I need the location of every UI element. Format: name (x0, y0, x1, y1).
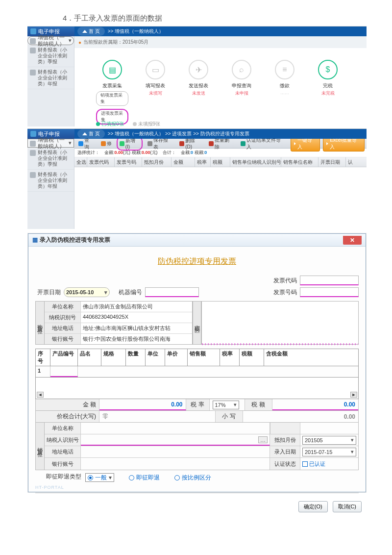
label-invoice-date: 开票日期 (35, 288, 61, 297)
seller-bank[interactable] (81, 458, 270, 470)
portal-label: HT-PORTAL (35, 485, 359, 490)
card-status: 未填写 (149, 90, 162, 97)
tab-home[interactable]: 首 页 (77, 129, 105, 138)
field-label: 银行账号 (45, 334, 81, 344)
summary-value: 0.00 (142, 150, 150, 155)
buyer-vertical-label: 购货单位 (36, 302, 45, 344)
label-cert-status: 认证状态 (270, 458, 300, 470)
sidemenu-item-report-y[interactable]: 财务报表（小企业会计准则类）年报 (27, 67, 74, 89)
tab-bar: 首 页 >> 增值税（一般纳税人） (74, 26, 367, 36)
field-label: 地址电话 (45, 446, 81, 457)
tab-home[interactable]: 首 页 (77, 27, 105, 36)
collect-icon: ▤ (102, 60, 122, 79)
input-invoice-no[interactable] (300, 287, 359, 297)
sidemenu-label: 增值税（一般纳税人） (38, 34, 67, 47)
toolbar-edit[interactable]: 修 (99, 140, 114, 148)
sidemenu-label: 财务报表（小企业会计准则类）季报 (38, 150, 72, 167)
checkbox-certified[interactable] (302, 461, 308, 467)
td-empty[interactable] (78, 366, 358, 377)
seller-vertical-label: 销货单位 (35, 423, 44, 470)
col-header: 开票日期 (318, 157, 346, 167)
search-icon: ⌕ (232, 60, 251, 79)
label-entry-date: 录入日期 (270, 446, 300, 457)
send-icon: ✈ (189, 60, 208, 79)
period-bar: ● 当前报款所属期： 2015年05月 (74, 36, 367, 48)
col-select-all[interactable]: 全选 (74, 157, 87, 167)
ellipsis-button[interactable]: … (258, 436, 268, 443)
field-label: 单位名称 (45, 423, 81, 434)
btn-sales-collect[interactable]: 销项发票采集 (96, 91, 128, 106)
td-seq: 1 (36, 366, 50, 377)
progress-remain: 未填报9张 (133, 121, 161, 126)
progress-done: 已填报0张 (96, 121, 124, 126)
ok-button[interactable]: 确定(O) (298, 501, 328, 512)
report-icon (30, 48, 36, 53)
radio-immediate[interactable]: 即征即退 (129, 474, 160, 482)
input-invoice-code[interactable] (300, 276, 359, 285)
input-entry-date[interactable]: 2015-07-15 (302, 448, 356, 456)
buyer-bank[interactable]: 银行:中国农业银行股份有限公司南海 (81, 334, 192, 344)
batch-delete-icon (209, 141, 214, 146)
field-label: 纳税人识别号 (45, 434, 81, 446)
password-area-content[interactable] (201, 301, 359, 345)
card-collect[interactable]: ▤ 发票采集 销项发票采集 进项发票采集 (96, 60, 128, 126)
buyer-group: 购货单位 单位名称佛山市浪屿五金制品有限公司 纳税识别号440682304049… (35, 301, 193, 345)
seller-name[interactable] (81, 423, 270, 434)
input-invoice-date[interactable]: 2015-05-10▾ (64, 287, 110, 297)
card-pay[interactable]: ≡ 缴款 …… (269, 60, 301, 126)
home-icon (82, 30, 87, 33)
sidemenu-item-vat[interactable]: 增值税（一般纳税人） (27, 36, 74, 45)
dropdown-icon: ▾ (104, 289, 107, 296)
value-tax[interactable]: 0.00 (272, 399, 359, 410)
seller-tax-id[interactable]: … (81, 434, 270, 446)
tab-label: 首 页 (89, 130, 100, 137)
dialog-heading: 防伪税控进项专用发票 (35, 256, 359, 267)
form-icon: ▭ (146, 60, 165, 79)
buyer-tax-id[interactable]: 44068230404925X (81, 312, 192, 323)
sidemenu-item-vat[interactable]: 增值税（一般纳税人） (27, 139, 74, 148)
seller-address[interactable] (81, 446, 270, 457)
sidemenu-item-report-y[interactable]: 财务报表（小企业会计准则类）年报 (27, 170, 74, 192)
dot-icon (133, 122, 137, 126)
card-query[interactable]: ⌕ 申报查询 未申报 (225, 60, 258, 126)
value-total-cn: 零 (99, 411, 216, 422)
col-header: 税额 (211, 157, 230, 167)
input-machine-no[interactable] (145, 287, 199, 297)
buyer-name[interactable]: 佛山市浪屿五金制品有限公司 (81, 302, 192, 312)
app-logo-icon (30, 131, 36, 137)
card-fill[interactable]: ▭ 填写报表 未填写 (139, 60, 172, 126)
th: 单价 (165, 349, 188, 366)
radio-general[interactable]: 一般 (85, 473, 114, 482)
select-tax-rate[interactable]: 17% (213, 401, 239, 409)
td-product-code[interactable] (50, 366, 78, 377)
scroll-right-button[interactable]: ► (350, 392, 357, 398)
rate-value: 17% (215, 402, 226, 408)
sidemenu-item-report-q[interactable]: 财务报表（小企业会计准则类）季报 (27, 45, 74, 67)
col-header: 销售单位名称 (281, 157, 318, 167)
dialog-buttons: 确定(O) 取消(C) (28, 501, 366, 516)
close-button[interactable]: ✕ (343, 236, 362, 245)
scroll-left-button[interactable]: ◄ (37, 392, 44, 398)
radio-proportional[interactable]: 按比例区分 (174, 474, 211, 482)
cancel-button[interactable]: 取消(C) (333, 501, 362, 512)
items-table-scroll-area: ◄ ► (35, 378, 359, 399)
tab-label: 首 页 (89, 28, 100, 35)
card-label: 缴款 (280, 82, 290, 89)
import-icon (241, 141, 245, 146)
value-amount[interactable]: 0.00 (99, 399, 186, 410)
items-table-row[interactable]: 1 (35, 366, 359, 378)
pay-icon: ≡ (275, 60, 294, 79)
label-invoice-code: 发票代码 (273, 277, 297, 285)
card-done[interactable]: $ 完税 未完税 (312, 60, 344, 126)
sidemenu-item-report-q[interactable]: 财务报表（小企业会计准则类）季报 (27, 148, 74, 170)
toolbar-delete[interactable]: 删除(D) (177, 137, 203, 150)
date-value: 2015-05-10 (66, 289, 94, 295)
breadcrumb: >> 增值税（一般纳税人） >> 进项发票 >> 防伪税控进项专用发票 (108, 130, 249, 137)
sidemenu-label: 财务报表（小企业会计准则类）季报 (38, 47, 72, 65)
sidemenu-label: 增值税（一般纳税人） (38, 137, 67, 150)
select-deduct-month[interactable]: 201505 (302, 436, 356, 445)
card-send[interactable]: ✈ 发送报表 未发送 (182, 60, 215, 126)
buyer-address[interactable]: 地址:佛山市南海区狮山镇永安村古轱 (81, 323, 192, 333)
sidemenu-label: 财务报表（小企业会计准则类）年报 (38, 69, 72, 87)
label-refund-type: 即征即退类型 (35, 473, 81, 481)
